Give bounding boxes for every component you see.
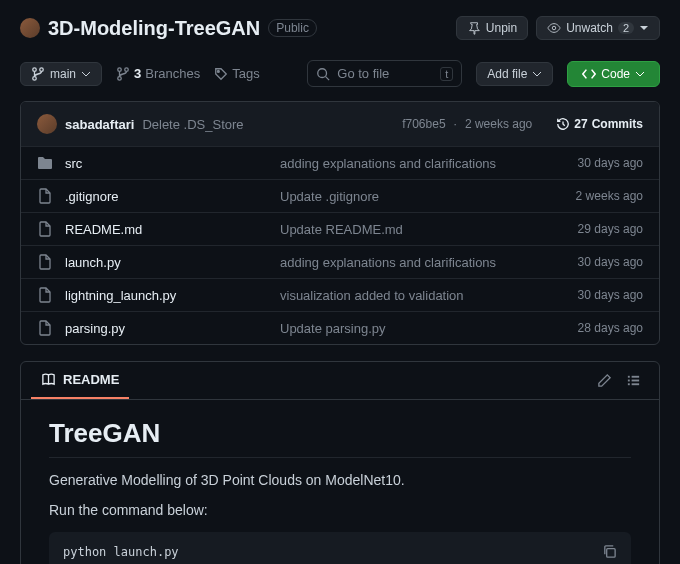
file-time: 30 days ago [578, 288, 643, 302]
file-row[interactable]: .gitignoreUpdate .gitignore2 weeks ago [21, 179, 659, 212]
file-commit-message[interactable]: adding explanations and clarifications [280, 156, 578, 171]
file-name[interactable]: README.md [65, 222, 280, 237]
tags-link[interactable]: Tags [214, 66, 259, 81]
file-row[interactable]: README.mdUpdate README.md29 days ago [21, 212, 659, 245]
file-name[interactable]: launch.py [65, 255, 280, 270]
svg-rect-11 [628, 380, 630, 382]
code-icon [582, 67, 596, 81]
file-icon [37, 287, 53, 303]
unpin-button[interactable]: Unpin [456, 16, 528, 40]
svg-rect-9 [628, 376, 630, 378]
folder-icon [37, 155, 53, 171]
commit-author-avatar[interactable] [37, 114, 57, 134]
file-name[interactable]: .gitignore [65, 189, 280, 204]
file-commit-message[interactable]: Update .gitignore [280, 189, 576, 204]
file-row[interactable]: launch.pyadding explanations and clarifi… [21, 245, 659, 278]
commit-time[interactable]: 2 weeks ago [465, 117, 532, 131]
go-to-file-search[interactable]: Go to file t [307, 60, 462, 87]
repo-name[interactable]: 3D-Modeling-TreeGAN [48, 17, 260, 40]
file-row[interactable]: srcadding explanations and clarification… [21, 146, 659, 179]
svg-rect-14 [632, 383, 640, 385]
pencil-icon[interactable] [597, 373, 612, 388]
file-row[interactable]: parsing.pyUpdate parsing.py28 days ago [21, 311, 659, 344]
svg-point-6 [118, 76, 122, 80]
file-commit-message[interactable]: Update README.md [280, 222, 578, 237]
readme-text: Run the command below: [49, 502, 631, 518]
svg-rect-10 [632, 376, 640, 378]
book-icon [41, 372, 56, 387]
svg-point-1 [33, 67, 37, 71]
search-placeholder: Go to file [337, 66, 389, 81]
file-commit-message[interactable]: visualization added to validation [280, 288, 578, 303]
svg-point-7 [218, 70, 220, 72]
file-row[interactable]: lightning_launch.pyvisualization added t… [21, 278, 659, 311]
outline-icon[interactable] [626, 373, 641, 388]
unwatch-button[interactable]: Unwatch 2 [536, 16, 660, 40]
svg-point-5 [125, 67, 129, 71]
commit-message[interactable]: Delete .DS_Store [142, 117, 243, 132]
watch-count: 2 [618, 22, 634, 34]
file-name[interactable]: lightning_launch.py [65, 288, 280, 303]
svg-rect-15 [607, 549, 615, 557]
readme-tab[interactable]: README [31, 362, 129, 399]
visibility-badge: Public [268, 19, 317, 37]
repo-owner-avatar[interactable] [20, 18, 40, 38]
branch-selector[interactable]: main [20, 62, 102, 86]
readme-text: Generative Modelling of 3D Point Clouds … [49, 472, 631, 488]
search-icon [316, 67, 330, 81]
chevron-down-icon [81, 69, 91, 79]
file-time: 28 days ago [578, 321, 643, 335]
branch-icon [116, 67, 130, 81]
chevron-down-icon [635, 69, 645, 79]
svg-point-3 [33, 76, 37, 80]
svg-point-4 [118, 67, 122, 71]
eye-icon [547, 21, 561, 35]
file-icon [37, 188, 53, 204]
file-icon [37, 254, 53, 270]
file-time: 30 days ago [578, 156, 643, 170]
readme-heading: TreeGAN [49, 418, 631, 458]
commit-author[interactable]: sabadaftari [65, 117, 134, 132]
commit-sha[interactable]: f706be5 [402, 117, 445, 131]
branch-icon [31, 67, 45, 81]
file-commit-message[interactable]: adding explanations and clarifications [280, 255, 578, 270]
add-file-button[interactable]: Add file [476, 62, 553, 86]
latest-commit-bar[interactable]: sabadaftari Delete .DS_Store f706be5 · 2… [21, 102, 659, 146]
chevron-down-icon [639, 23, 649, 33]
svg-point-8 [318, 68, 327, 77]
copy-icon[interactable] [602, 544, 617, 559]
file-time: 30 days ago [578, 255, 643, 269]
code-button[interactable]: Code [567, 61, 660, 87]
svg-rect-13 [628, 383, 630, 385]
chevron-down-icon [532, 69, 542, 79]
svg-point-2 [40, 67, 44, 71]
keyboard-shortcut: t [440, 67, 453, 81]
file-icon [37, 320, 53, 336]
svg-rect-12 [632, 380, 640, 382]
pin-icon [467, 21, 481, 35]
file-time: 2 weeks ago [576, 189, 643, 203]
file-name[interactable]: parsing.py [65, 321, 280, 336]
commits-link[interactable]: 27 Commits [556, 117, 643, 131]
file-commit-message[interactable]: Update parsing.py [280, 321, 578, 336]
file-name[interactable]: src [65, 156, 280, 171]
file-icon [37, 221, 53, 237]
tag-icon [214, 67, 228, 81]
branches-link[interactable]: 3 Branches [116, 66, 200, 81]
code-block: python launch.py [49, 532, 631, 564]
file-time: 29 days ago [578, 222, 643, 236]
history-icon [556, 117, 570, 131]
svg-point-0 [552, 26, 556, 30]
